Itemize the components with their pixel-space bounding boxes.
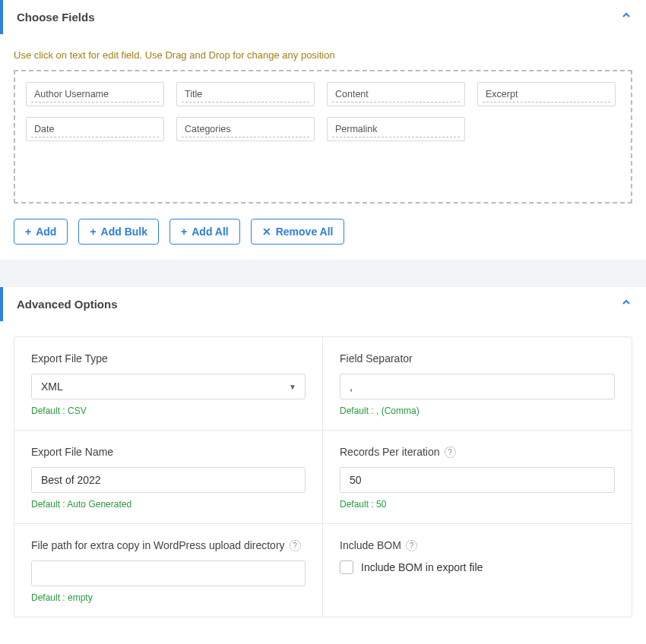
field-label: Excerpt: [483, 87, 610, 103]
field-chip-categories[interactable]: Categories: [176, 117, 315, 141]
options-grid: Export File Type XML ▼ Default : CSV Fie…: [14, 336, 632, 617]
plus-icon: +: [25, 226, 31, 238]
advanced-options-body: Export File Type XML ▼ Default : CSV Fie…: [0, 321, 646, 633]
advanced-options-header[interactable]: Advanced Options: [0, 287, 646, 321]
field-label: Content: [332, 87, 460, 103]
field-label: Author Username: [31, 87, 159, 103]
field-label: Date: [31, 122, 159, 137]
choose-fields-panel: Choose Fields Use click on text for edit…: [0, 0, 646, 260]
help-icon[interactable]: ?: [290, 540, 301, 551]
field-separator-input[interactable]: [340, 374, 615, 399]
records-per-iteration-input[interactable]: [340, 467, 615, 493]
file-path-cell: File path for extra copy in WordPress up…: [14, 524, 323, 617]
field-label: Permalink: [332, 122, 460, 137]
export-file-name-default: Default : Auto Generated: [31, 499, 306, 510]
field-action-buttons: + Add + Add Bulk + Add All ✕ Remove All: [14, 219, 632, 245]
advanced-options-title: Advanced Options: [17, 298, 118, 311]
records-per-iteration-label: Records Per iteration ?: [340, 446, 615, 458]
choose-fields-body: Use click on text for edit field. Use Dr…: [0, 34, 646, 260]
field-separator-default: Default : , (Comma): [340, 406, 615, 416]
field-chip-permalink[interactable]: Permalink: [327, 117, 465, 141]
include-bom-label: Include BOM ?: [340, 539, 615, 551]
add-bulk-button[interactable]: + Add Bulk: [78, 219, 159, 245]
export-file-name-cell: Export File Name Default : Auto Generate…: [14, 431, 323, 524]
chevron-up-icon[interactable]: [620, 296, 632, 312]
add-button-label: Add: [36, 226, 56, 238]
export-file-type-select[interactable]: XML: [31, 374, 306, 399]
export-file-name-label: Export File Name: [31, 446, 306, 458]
add-bulk-button-label: Add Bulk: [101, 226, 147, 238]
field-chip-excerpt[interactable]: Excerpt: [477, 82, 616, 106]
help-icon[interactable]: ?: [406, 540, 417, 551]
include-bom-checkbox-row: Include BOM in export file: [340, 560, 615, 574]
export-file-type-cell: Export File Type XML ▼ Default : CSV: [14, 337, 323, 431]
plus-icon: +: [90, 226, 96, 238]
file-path-input[interactable]: [31, 560, 306, 586]
remove-all-button[interactable]: ✕ Remove All: [251, 219, 345, 245]
add-all-button[interactable]: + Add All: [169, 219, 240, 245]
x-icon: ✕: [262, 226, 271, 238]
plus-icon: +: [181, 226, 187, 238]
remove-all-button-label: Remove All: [276, 226, 334, 238]
chevron-up-icon[interactable]: [620, 9, 632, 25]
advanced-options-panel: Advanced Options Export File Type XML ▼ …: [0, 287, 646, 633]
fields-dropzone[interactable]: Author Username Title Content Excerpt Da…: [14, 70, 632, 204]
field-chip-title[interactable]: Title: [176, 82, 315, 106]
file-path-label: File path for extra copy in WordPress up…: [31, 539, 306, 551]
field-chip-author-username[interactable]: Author Username: [26, 82, 164, 106]
field-separator-label: Field Separator: [340, 352, 615, 365]
field-chip-content[interactable]: Content: [327, 82, 465, 106]
field-label: Title: [182, 87, 309, 103]
export-file-name-input[interactable]: [31, 467, 306, 493]
help-icon[interactable]: ?: [445, 447, 456, 458]
fields-grid: Author Username Title Content Excerpt Da…: [26, 82, 620, 141]
export-file-type-select-wrap: XML ▼: [31, 374, 306, 399]
add-all-button-label: Add All: [192, 226, 228, 238]
include-bom-checkbox-label: Include BOM in export file: [361, 561, 483, 573]
export-file-type-default: Default : CSV: [31, 406, 306, 416]
add-button[interactable]: + Add: [14, 219, 68, 245]
field-separator-cell: Field Separator Default : , (Comma): [323, 337, 632, 431]
include-bom-checkbox[interactable]: [340, 560, 353, 574]
file-path-default: Default : empty: [31, 592, 306, 603]
field-chip-date[interactable]: Date: [26, 117, 164, 141]
export-file-type-label: Export File Type: [31, 352, 306, 365]
helper-text: Use click on text for edit field. Use Dr…: [14, 49, 632, 61]
records-per-iteration-label-text: Records Per iteration: [340, 446, 440, 458]
include-bom-cell: Include BOM ? Include BOM in export file: [323, 524, 632, 617]
records-per-iteration-cell: Records Per iteration ? Default : 50: [323, 431, 632, 524]
choose-fields-header[interactable]: Choose Fields: [0, 0, 646, 34]
file-path-label-text: File path for extra copy in WordPress up…: [31, 539, 285, 551]
include-bom-label-text: Include BOM: [340, 539, 401, 551]
records-per-iteration-default: Default : 50: [340, 499, 615, 510]
divider-band: [0, 260, 646, 287]
field-label: Categories: [182, 122, 309, 137]
choose-fields-title: Choose Fields: [17, 11, 95, 24]
